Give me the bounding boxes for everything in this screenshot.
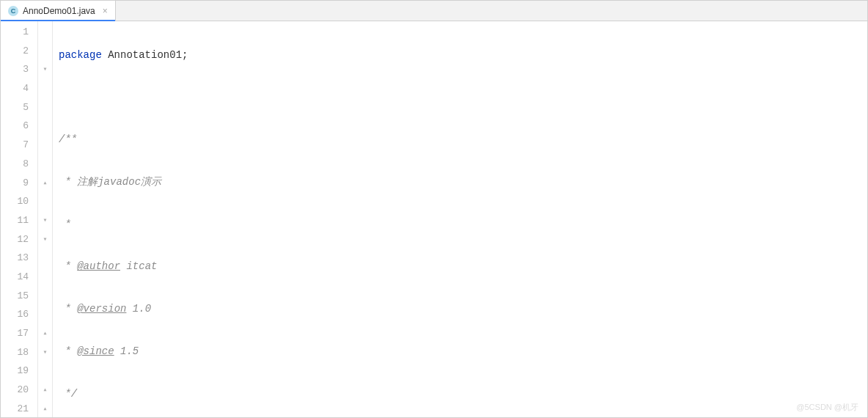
fold-marker[interactable]: ▴	[38, 174, 52, 193]
line-number: 21	[1, 400, 37, 417]
line-number-gutter: 123456789101112131415161718192021	[1, 21, 37, 417]
close-icon[interactable]: ×	[103, 6, 108, 16]
line-number: 11	[1, 211, 37, 230]
fold-marker	[38, 287, 52, 306]
code-line: package Annotation01;	[53, 46, 867, 65]
code-line: * @since 1.5	[53, 342, 867, 362]
line-number: 10	[1, 192, 37, 211]
code-line: /**	[53, 131, 867, 150]
fold-marker	[38, 98, 52, 117]
editor-container: C AnnoDemo01.java × 12345678910111213141…	[0, 0, 868, 418]
editor-body: 123456789101112131415161718192021 ▾▴▾▾▴▾…	[1, 21, 867, 417]
line-number: 19	[1, 362, 37, 381]
file-tab[interactable]: C AnnoDemo01.java ×	[1, 1, 116, 21]
line-number: 16	[1, 305, 37, 324]
fold-marker	[38, 117, 52, 136]
code-line: * 注解javadoc演示	[53, 173, 867, 192]
fold-marker	[38, 268, 52, 287]
fold-marker[interactable]: ▴	[38, 400, 52, 417]
fold-marker[interactable]: ▴	[38, 324, 52, 343]
line-number: 9	[1, 174, 37, 193]
line-number: 14	[1, 268, 37, 287]
fold-marker	[38, 23, 52, 42]
fold-marker	[38, 79, 52, 98]
code-line: * @author itcat	[53, 257, 867, 276]
line-number: 6	[1, 117, 37, 136]
fold-marker[interactable]: ▴	[38, 381, 52, 400]
code-line: */	[53, 385, 867, 404]
line-number: 12	[1, 230, 37, 249]
line-number: 7	[1, 136, 37, 155]
fold-column: ▾▴▾▾▴▾▴▴	[37, 21, 52, 417]
fold-marker[interactable]: ▾	[38, 60, 52, 79]
code-line: *	[53, 216, 867, 235]
tab-filename: AnnoDemo01.java	[23, 6, 95, 16]
fold-marker[interactable]: ▾	[38, 343, 52, 362]
fold-marker[interactable]: ▾	[38, 230, 52, 249]
fold-marker	[38, 192, 52, 211]
fold-marker[interactable]: ▾	[38, 211, 52, 230]
fold-marker	[38, 362, 52, 381]
code-line	[53, 89, 867, 108]
fold-marker	[38, 155, 52, 174]
code-area[interactable]: package Annotation01; /** * 注解javadoc演示 …	[52, 21, 867, 417]
java-class-icon: C	[8, 6, 18, 16]
fold-marker	[38, 305, 52, 324]
line-number: 4	[1, 79, 37, 98]
line-number: 15	[1, 287, 37, 306]
line-number: 17	[1, 324, 37, 343]
line-number: 5	[1, 98, 37, 117]
code-line: * @version 1.0	[53, 300, 867, 319]
line-number: 13	[1, 249, 37, 268]
fold-marker	[38, 136, 52, 155]
line-number: 18	[1, 343, 37, 362]
line-number: 3	[1, 60, 37, 79]
tabs-bar: C AnnoDemo01.java ×	[1, 1, 867, 21]
watermark: @5CSDN @机牙	[796, 402, 858, 413]
line-number: 2	[1, 42, 37, 61]
fold-marker	[38, 249, 52, 268]
line-number: 20	[1, 381, 37, 400]
fold-marker	[38, 42, 52, 61]
line-number: 8	[1, 155, 37, 174]
line-number: 1	[1, 23, 37, 42]
